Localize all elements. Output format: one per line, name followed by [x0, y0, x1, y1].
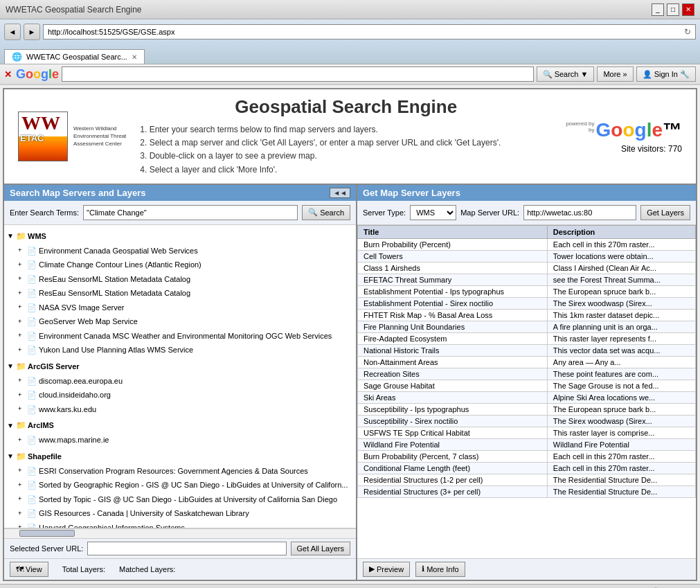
leaf-label[interactable]: www.kars.ku.edu: [39, 404, 96, 416]
google-search-button[interactable]: 🔍 Search ▼: [537, 66, 595, 82]
leaf-label[interactable]: GeoServer Web Map Service: [39, 316, 138, 328]
leaf-label[interactable]: Harvard Geographical Information Systems: [39, 522, 185, 528]
tree-leaf[interactable]: +📄www.kars.ku.edu: [18, 402, 353, 417]
table-row[interactable]: USFWS TE Spp Critical HabitatThis raster…: [358, 427, 696, 438]
table-row[interactable]: Susceptibility - Ips typographusThe Euro…: [358, 403, 696, 415]
tree-group-label[interactable]: Shapefile: [28, 451, 62, 463]
tree-group-label[interactable]: WMS: [28, 231, 46, 242]
more-button[interactable]: More »: [597, 66, 633, 82]
tree-leaf[interactable]: +📄Yukon Land Use Planning Atlas WMS Serv…: [18, 343, 353, 357]
table-row[interactable]: Establishment Potential - Ips typographu…: [358, 285, 696, 297]
table-row[interactable]: Cell TowersTower locations were obtain..…: [358, 250, 696, 262]
table-row[interactable]: EFETAC Threat Summarysee the Forest Thre…: [358, 274, 696, 285]
table-row[interactable]: Sage Grouse HabitatThe Sage Grouse is no…: [358, 380, 696, 391]
left-panel-header: Search Map Servers and Layers ◄◄: [4, 185, 356, 201]
leaf-label[interactable]: Environment Canada Geospatial Web Servic…: [39, 245, 198, 257]
tree-leaf[interactable]: +📄ResEau SensorML Station Metadata Catal…: [18, 286, 353, 301]
search-input[interactable]: [83, 205, 298, 220]
close-button[interactable]: ✕: [682, 3, 694, 16]
table-row[interactable]: Recreation SitesThese point features are…: [358, 368, 696, 380]
back-button[interactable]: ◄: [4, 24, 21, 40]
tree-leaf[interactable]: +📄NASA SVS Image Server: [18, 301, 353, 315]
tree-leaf[interactable]: +📄www.maps.marine.ie: [18, 433, 353, 447]
tree-expander[interactable]: ▼: [7, 451, 15, 461]
tree-group-row[interactable]: ▼📁WMS: [7, 229, 353, 244]
leaf-label[interactable]: cloud.insideidaho.org: [39, 389, 111, 401]
tree-group-row[interactable]: ▼📁ArcGIS Server: [7, 359, 353, 374]
leaf-label[interactable]: Climate Change Contour Lines (Atlantic R…: [39, 259, 201, 271]
signin-button[interactable]: 👤 Sign In 🔧: [636, 66, 696, 82]
table-row[interactable]: Fire Planning Unit BoundariesA fire plan…: [358, 321, 696, 332]
browser-tab[interactable]: 🌐 WWETAC Geospatial Searc... ✕: [4, 49, 145, 64]
tree-leaf[interactable]: +📄GIS Resources - Canada | University of…: [18, 506, 353, 521]
table-row[interactable]: Susceptibility - Sirex noctilioThe Sirex…: [358, 415, 696, 427]
tree-expander[interactable]: ▼: [7, 231, 15, 241]
layer-description-cell: The Sirex woodwasp (Sirex...: [547, 415, 695, 427]
address-bar[interactable]: http://localhost:51525/GSE/GSE.aspx ↻: [43, 24, 696, 39]
layer-description-cell: Alpine Ski Area locations we...: [547, 391, 695, 403]
table-row[interactable]: Ski AreasAlpine Ski Area locations we...: [358, 391, 696, 403]
table-row[interactable]: Burn Probability (Percent, 7 class)Each …: [358, 450, 696, 462]
scrollbar-thumb[interactable]: [19, 530, 75, 537]
table-row[interactable]: Residential Structures (3+ per cell)The …: [358, 485, 696, 497]
tree-leaf[interactable]: +📄discomap.eea.europa.eu: [18, 374, 353, 389]
server-type-select[interactable]: WMS ArcGIS ArcIMS: [410, 205, 456, 220]
tree-leaf[interactable]: +📄ResEau SensorML Station Metadata Catal…: [18, 272, 353, 287]
table-row[interactable]: Burn Probability (Percent)Each cell in t…: [358, 238, 696, 250]
minimize-button[interactable]: _: [652, 3, 664, 16]
more-info-button[interactable]: ℹ More Info: [415, 562, 465, 577]
tree-leaf[interactable]: +📄Climate Change Contour Lines (Atlantic…: [18, 258, 353, 272]
tree-leaf[interactable]: +📄Environment Canada Geospatial Web Serv…: [18, 244, 353, 258]
forward-button[interactable]: ►: [24, 24, 40, 40]
leaf-label[interactable]: NASA SVS Image Server: [39, 302, 125, 314]
table-row[interactable]: Non-Attainment AreasAny area — Any a...: [358, 356, 696, 368]
server-url-input[interactable]: [87, 542, 286, 555]
tree-group-label[interactable]: ArcGIS Server: [28, 361, 80, 373]
preview-button[interactable]: ▶ Preview: [363, 562, 410, 577]
horizontal-scrollbar[interactable]: [4, 528, 356, 538]
table-row[interactable]: Wildland Fire PotentialWildland Fire Pot…: [358, 438, 696, 450]
table-row[interactable]: Class 1 AirshedsClass I Airshed (Clean A…: [358, 262, 696, 274]
refresh-icon[interactable]: ↻: [684, 27, 691, 37]
leaf-label[interactable]: discomap.eea.europa.eu: [39, 375, 123, 387]
layer-description-cell: Tower locations were obtain...: [547, 250, 695, 262]
table-row[interactable]: Residential Structures (1-2 per cell)The…: [358, 474, 696, 485]
leaf-label[interactable]: Sorted by Geographic Region - GIS @ UC S…: [39, 479, 348, 491]
tree-leaf[interactable]: +📄Sorted by Geographic Region - GIS @ UC…: [18, 478, 353, 492]
get-layers-button[interactable]: Get Layers: [640, 205, 690, 220]
get-all-layers-button[interactable]: Get All Layers: [291, 542, 350, 555]
tree-leaf[interactable]: +📄Sorted by Topic - GIS @ UC San Diego -…: [18, 492, 353, 507]
leaf-label[interactable]: GIS Resources - Canada | University of S…: [39, 508, 249, 519]
collapse-button[interactable]: ◄◄: [330, 188, 350, 198]
google-search-input[interactable]: [62, 66, 534, 82]
leaf-label[interactable]: ESRI Conservation Program Resources: Gov…: [39, 465, 308, 477]
tree-group-label[interactable]: ArcIMS: [28, 420, 54, 431]
table-row[interactable]: Fire-Adapted EcosystemThis raster layer …: [358, 332, 696, 344]
tree-leaf[interactable]: +📄ESRI Conservation Program Resources: G…: [18, 464, 353, 479]
tree-leaf[interactable]: +📄Environment Canada MSC Weather and Env…: [18, 329, 353, 344]
tree-leaf[interactable]: +📄cloud.insideidaho.org: [18, 388, 353, 402]
view-button[interactable]: 🗺 View: [10, 562, 48, 577]
table-row[interactable]: Conditional Flame Length (feet)Each cell…: [358, 462, 696, 474]
tree-children: +📄www.maps.marine.ie: [7, 433, 353, 447]
map-server-url-input[interactable]: [523, 205, 636, 220]
tree-group-row[interactable]: ▼📁Shapefile: [7, 449, 353, 464]
search-button[interactable]: 🔍 Search: [302, 205, 350, 220]
tree-leaf[interactable]: +📄Harvard Geographical Information Syste…: [18, 521, 353, 528]
table-row[interactable]: National Historic TrailsThis vector data…: [358, 344, 696, 356]
tree-leaf[interactable]: +📄GeoServer Web Map Service: [18, 314, 353, 329]
leaf-label[interactable]: ResEau SensorML Station Metadata Catalog: [39, 287, 190, 299]
leaf-label[interactable]: ResEau SensorML Station Metadata Catalog: [39, 274, 190, 285]
tree-expander[interactable]: ▼: [7, 361, 15, 371]
table-row[interactable]: FHTET Risk Map - % Basal Area LossThis 1…: [358, 309, 696, 321]
tab-close-button[interactable]: ✕: [132, 53, 137, 61]
leaf-label[interactable]: Environment Canada MSC Weather and Envir…: [39, 330, 332, 342]
layer-description-cell: Class I Airshed (Clean Air Ac...: [547, 262, 695, 274]
tree-expander[interactable]: ▼: [7, 420, 15, 431]
leaf-label[interactable]: www.maps.marine.ie: [39, 434, 109, 446]
leaf-label[interactable]: Yukon Land Use Planning Atlas WMS Servic…: [39, 344, 193, 356]
maximize-button[interactable]: □: [667, 3, 679, 16]
leaf-label[interactable]: Sorted by Topic - GIS @ UC San Diego - L…: [39, 494, 337, 506]
table-row[interactable]: Establishment Potential - Sirex noctilio…: [358, 297, 696, 309]
tree-group-row[interactable]: ▼📁ArcIMS: [7, 418, 353, 433]
